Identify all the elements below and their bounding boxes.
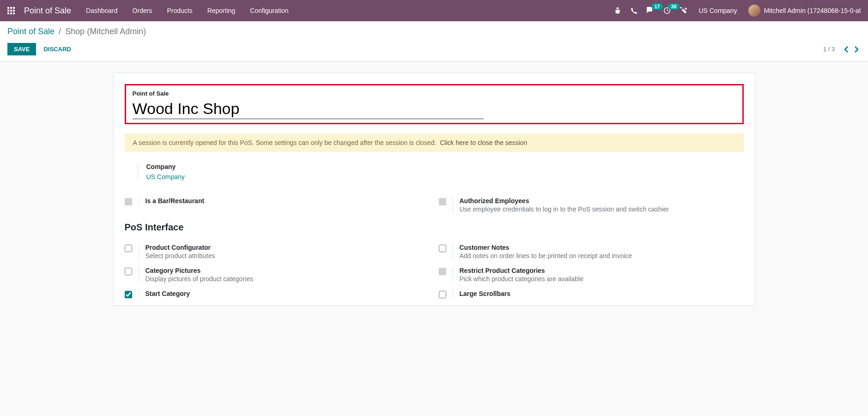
restrict-categories-desc: Pick which product categories are availa… (460, 275, 744, 283)
pos-name-input[interactable] (133, 99, 484, 119)
messages-icon[interactable]: 17 (647, 7, 654, 14)
product-configurator-desc: Select product attributes (146, 252, 430, 259)
company-block: Company US Company (138, 163, 744, 181)
tools-icon[interactable] (680, 7, 687, 14)
start-category-title: Start Category (146, 290, 430, 297)
systray: 17 30 (614, 7, 687, 14)
pager-next-icon[interactable] (852, 46, 861, 53)
main-navbar: Point of Sale Dashboard Orders Products … (0, 0, 868, 21)
app-brand[interactable]: Point of Sale (24, 6, 71, 16)
restrict-categories-title: Restrict Product Categories (460, 267, 744, 274)
bug-icon[interactable] (614, 7, 621, 14)
category-pictures-title: Category Pictures (146, 267, 430, 274)
nav-orders[interactable]: Orders (133, 7, 152, 14)
company-label: Company (146, 163, 744, 170)
setting-large-scrollbars: Large Scrollbars (439, 286, 744, 303)
avatar (748, 5, 760, 17)
large-scrollbars-title: Large Scrollbars (460, 290, 744, 297)
title-highlight-box: Point of Sale (125, 84, 744, 124)
authorized-employees-title: Authorized Employees (460, 197, 744, 205)
setting-bar-restaurant: Is a Bar/Restaurant (125, 193, 430, 217)
user-menu[interactable]: Mitchell Admin (17248068-15-0-al (748, 5, 861, 17)
product-configurator-title: Product Configurator (146, 244, 430, 251)
setting-product-configurator: Product Configurator Select product attr… (125, 240, 430, 263)
authorized-employees-desc: Use employee credentials to log in to th… (460, 205, 744, 213)
large-scrollbars-checkbox[interactable] (439, 291, 446, 298)
save-button[interactable]: SAVE (7, 43, 36, 55)
setting-category-pictures: Category Pictures Display pictures of pr… (125, 263, 430, 286)
form-container: Point of Sale A session is currently ope… (0, 61, 868, 317)
activities-icon[interactable]: 30 (663, 7, 671, 14)
breadcrumb-current: Shop (Mitchell Admin) (65, 27, 146, 36)
customer-notes-title: Customer Notes (460, 244, 744, 251)
pager[interactable]: 1 / 3 (823, 46, 835, 53)
form-sheet: Point of Sale A session is currently ope… (113, 72, 755, 306)
setting-customer-notes: Customer Notes Add notes on order lines … (439, 240, 744, 263)
start-category-checkbox[interactable] (125, 291, 132, 298)
settings-grid: Is a Bar/Restaurant Authorized Employees… (125, 193, 744, 303)
setting-restrict-categories: Restrict Product Categories Pick which p… (439, 263, 744, 286)
discard-button[interactable]: DISCARD (43, 46, 71, 53)
product-configurator-checkbox[interactable] (125, 245, 132, 252)
customer-notes-desc: Add notes on order lines to be printed o… (460, 252, 744, 259)
breadcrumb: Point of Sale / Shop (Mitchell Admin) (7, 27, 861, 36)
pager-prev-icon[interactable] (842, 46, 850, 53)
nav-dashboard[interactable]: Dashboard (86, 7, 118, 14)
authorized-employees-checkbox[interactable] (439, 198, 446, 205)
restrict-categories-checkbox[interactable] (439, 268, 446, 275)
nav-menu: Dashboard Orders Products Reporting Conf… (86, 7, 289, 14)
session-warning-alert: A session is currently opened for this P… (125, 133, 744, 152)
close-session-link[interactable]: Click here to close the session (440, 139, 527, 146)
nav-configuration[interactable]: Configuration (250, 7, 288, 14)
bar-restaurant-checkbox[interactable] (125, 198, 132, 205)
company-switcher[interactable]: US Company (698, 7, 737, 14)
apps-icon[interactable] (7, 7, 15, 14)
bar-restaurant-title: Is a Bar/Restaurant (146, 197, 430, 205)
breadcrumb-separator: / (59, 27, 61, 36)
phone-icon[interactable] (631, 7, 637, 14)
category-pictures-checkbox[interactable] (125, 268, 132, 275)
customer-notes-checkbox[interactable] (439, 245, 446, 252)
section-pos-interface: PoS Interface (125, 222, 744, 233)
user-name: Mitchell Admin (17248068-15-0-al (764, 7, 861, 14)
breadcrumb-root[interactable]: Point of Sale (7, 27, 55, 36)
activities-badge: 30 (668, 3, 679, 10)
category-pictures-desc: Display pictures of product categories (146, 275, 430, 283)
nav-reporting[interactable]: Reporting (207, 7, 236, 14)
setting-start-category: Start Category (125, 286, 430, 303)
setting-authorized-employees: Authorized Employees Use employee creden… (439, 193, 744, 217)
alert-text: A session is currently opened for this P… (133, 139, 437, 146)
title-label: Point of Sale (133, 90, 736, 97)
control-panel: Point of Sale / Shop (Mitchell Admin) SA… (0, 21, 868, 61)
company-value[interactable]: US Company (146, 173, 744, 181)
nav-products[interactable]: Products (167, 7, 192, 14)
messages-badge: 17 (651, 3, 662, 10)
